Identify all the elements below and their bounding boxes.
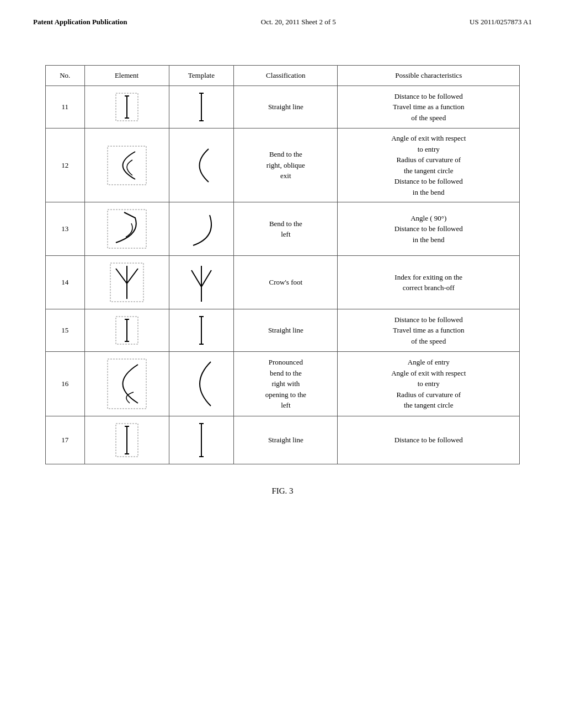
row-11-element	[84, 86, 169, 129]
header-patent-number: US 2011/0257873 A1	[470, 18, 532, 26]
col-header-template: Template	[169, 66, 234, 86]
row-15-classification: Straight line	[234, 309, 338, 352]
row-15-characteristics: Distance to be followedTravel time as a …	[338, 309, 520, 352]
table-header-row: No. Element Template Classification Poss…	[46, 66, 520, 86]
row-12-element	[84, 129, 169, 202]
row-16-characteristics: Angle of entryAngle of exit with respect…	[338, 352, 520, 416]
row-13-no: 13	[46, 202, 85, 256]
row-15-template	[169, 309, 234, 352]
row-12-template	[169, 129, 234, 202]
table-row: 16 Pronouncedbend to	[46, 352, 520, 416]
row-16-element	[84, 352, 169, 416]
row-17-template	[169, 416, 234, 464]
main-content: No. Element Template Classification Poss…	[0, 26, 565, 518]
row-13-classification: Bend to theleft	[234, 202, 338, 256]
col-header-classification: Classification	[234, 66, 338, 86]
row-17-no: 17	[46, 416, 85, 464]
table-row: 12 Bend	[46, 129, 520, 202]
row-17-element	[84, 416, 169, 464]
svg-line-15	[191, 270, 201, 287]
table-row: 13 Bend to theleft	[46, 202, 520, 256]
svg-rect-25	[108, 359, 146, 409]
col-header-characteristics: Possible characteristics	[338, 66, 520, 86]
row-12-no: 12	[46, 129, 85, 202]
figure-caption: FIG. 3	[271, 486, 293, 496]
table-row: 17 Straight line	[46, 416, 520, 464]
row-13-template	[169, 202, 234, 256]
row-13-characteristics: Angle ( 90°)Distance to be followedin th…	[338, 202, 520, 256]
row-12-classification: Bend to theright, obliqueexit	[234, 129, 338, 202]
row-17-classification: Straight line	[234, 416, 338, 464]
table-row: 11	[46, 86, 520, 129]
row-14-classification: Crow's foot	[234, 256, 338, 309]
row-11-classification: Straight line	[234, 86, 338, 129]
row-11-no: 11	[46, 86, 85, 129]
svg-line-11	[116, 269, 127, 283]
elements-table: No. Element Template Classification Poss…	[45, 65, 520, 464]
svg-line-17	[201, 270, 211, 287]
row-13-element	[84, 202, 169, 256]
row-14-element	[84, 256, 169, 309]
header-publication-label: Patent Application Publication	[33, 18, 127, 26]
table-row: 15 Straight line	[46, 309, 520, 352]
row-16-template	[169, 352, 234, 416]
row-14-template	[169, 256, 234, 309]
row-16-classification: Pronouncedbend to theright withopening t…	[234, 352, 338, 416]
row-14-no: 14	[46, 256, 85, 309]
row-16-no: 16	[46, 352, 85, 416]
header-date-sheet: Oct. 20, 2011 Sheet 2 of 5	[261, 18, 336, 26]
page-header: Patent Application Publication Oct. 20, …	[0, 0, 565, 26]
row-15-no: 15	[46, 309, 85, 352]
col-header-element: Element	[84, 66, 169, 86]
row-15-element	[84, 309, 169, 352]
row-14-characteristics: Index for exiting on thecorrect branch-o…	[338, 256, 520, 309]
svg-line-13	[127, 269, 138, 283]
svg-rect-8	[108, 210, 146, 248]
row-12-characteristics: Angle of exit with respectto entryRadius…	[338, 129, 520, 202]
row-17-characteristics: Distance to be followed	[338, 416, 520, 464]
row-11-template	[169, 86, 234, 129]
table-row: 14	[46, 256, 520, 309]
col-header-no: No.	[46, 66, 85, 86]
row-11-characteristics: Distance to be followedTravel time as a …	[338, 86, 520, 129]
